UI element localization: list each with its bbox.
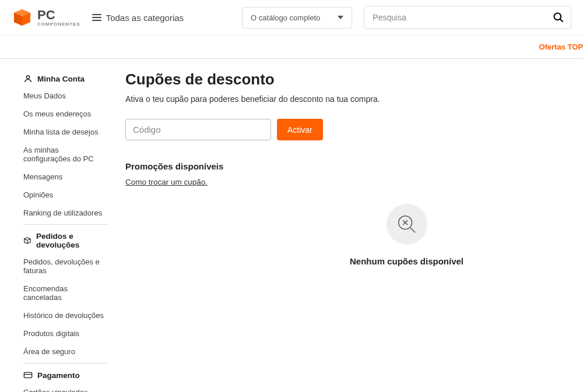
sidebar-item-enderecos[interactable]: Os meus endereços xyxy=(23,105,108,123)
box-icon xyxy=(23,236,31,245)
subheader: Ofertas TOP xyxy=(0,36,583,59)
chevron-down-icon xyxy=(338,16,343,19)
activate-button[interactable]: Activar xyxy=(277,119,323,140)
empty-state: Nenhum cupões disponível xyxy=(242,204,571,266)
promotions-heading: Promoções disponíveis xyxy=(125,161,571,171)
card-icon xyxy=(23,370,33,380)
svg-point-0 xyxy=(554,13,561,20)
empty-state-label: Nenhum cupões disponível xyxy=(350,256,463,266)
svg-line-6 xyxy=(410,228,415,233)
sidebar-item-pedidos[interactable]: Pedidos, devoluções e faturas xyxy=(23,253,108,280)
sidebar-section-payment: Pagamento Cartões vinculados Cupões de d… xyxy=(23,367,108,392)
search-input[interactable] xyxy=(364,6,571,29)
sidebar-item-mensagens[interactable]: Mensagens xyxy=(23,168,108,186)
sidebar-title-orders: Pedidos e devoluções xyxy=(36,232,108,249)
sidebar-item-seguro[interactable]: Área de seguro xyxy=(23,342,108,361)
search-button[interactable] xyxy=(550,9,567,26)
account-sidebar: Minha Conta Meus Dados Os meus endereços… xyxy=(0,70,114,392)
sidebar-item-cartoes[interactable]: Cartões vinculados xyxy=(23,383,108,392)
how-to-redeem-link[interactable]: Como trocar um cupão. xyxy=(125,178,208,186)
hamburger-icon xyxy=(92,14,101,21)
sidebar-section-orders: Pedidos e devoluções Pedidos, devoluções… xyxy=(23,228,108,363)
svg-point-2 xyxy=(26,76,29,79)
svg-line-1 xyxy=(560,19,563,22)
categories-toggle[interactable]: Todas as categorias xyxy=(92,13,184,23)
logo-text: PC xyxy=(37,9,80,22)
empty-state-icon-wrap xyxy=(387,204,427,245)
user-icon xyxy=(23,74,33,83)
logo-subtext: COMPONENTES xyxy=(37,22,80,27)
sidebar-item-ranking[interactable]: Ranking de utilizadores xyxy=(23,204,108,222)
sidebar-header-payment: Pagamento xyxy=(23,367,108,383)
coupon-code-input[interactable] xyxy=(125,119,271,140)
sidebar-item-meus-dados[interactable]: Meus Dados xyxy=(23,87,108,105)
search-wrap xyxy=(364,6,571,29)
top-header: PC COMPONENTES Todas as categorias O cat… xyxy=(0,0,583,36)
page-description: Ativa o teu cupão para poderes beneficia… xyxy=(125,94,571,104)
sidebar-item-devolucoes[interactable]: Histórico de devoluções xyxy=(23,306,108,324)
sidebar-section-account: Minha Conta Meus Dados Os meus endereços… xyxy=(23,70,108,225)
sidebar-item-config-pc[interactable]: As minhas configurações do PC xyxy=(23,141,108,168)
logo[interactable]: PC COMPONENTES xyxy=(12,7,80,28)
sidebar-item-desejos[interactable]: Minha lista de desejos xyxy=(23,123,108,141)
offers-top-link[interactable]: Ofertas TOP xyxy=(539,43,583,51)
search-icon xyxy=(553,12,564,23)
magnifier-x-icon xyxy=(396,213,418,235)
main-content: Cupões de desconto Ativa o teu cupão par… xyxy=(114,70,583,392)
sidebar-title-account: Minha Conta xyxy=(37,75,85,83)
sidebar-title-payment: Pagamento xyxy=(37,371,80,380)
sidebar-header-account: Minha Conta xyxy=(23,70,108,87)
sidebar-item-opinioes[interactable]: Opiniões xyxy=(23,186,108,204)
logo-icon xyxy=(12,7,33,28)
categories-label: Todas as categorias xyxy=(106,13,184,23)
page-container: Minha Conta Meus Dados Os meus endereços… xyxy=(0,59,583,392)
sidebar-item-digitais[interactable]: Produtos digitais xyxy=(23,324,108,342)
page-title: Cupões de desconto xyxy=(125,70,571,89)
catalog-select[interactable]: O catálogo completo xyxy=(242,7,352,29)
svg-rect-3 xyxy=(24,372,31,377)
sidebar-header-orders: Pedidos e devoluções xyxy=(23,228,108,253)
sidebar-item-canceladas[interactable]: Encomendas canceladas xyxy=(23,280,108,306)
coupon-form: Activar xyxy=(125,119,571,140)
catalog-select-label: O catálogo completo xyxy=(251,13,320,22)
